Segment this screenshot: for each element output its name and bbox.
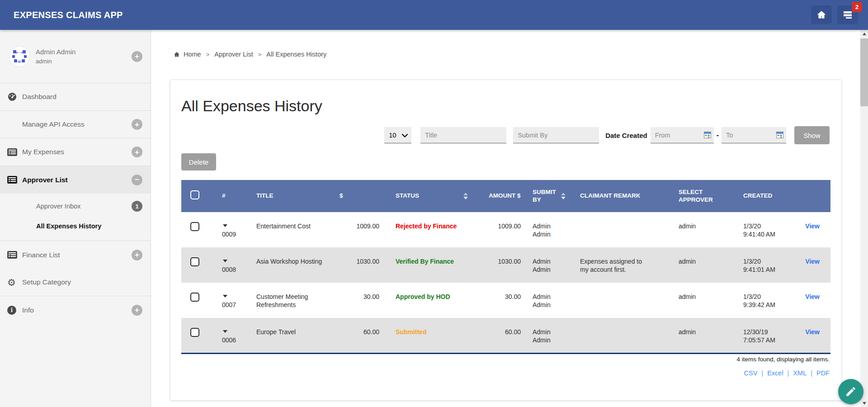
expense-id: 0008: [222, 266, 236, 273]
expense-amount: 60.00: [480, 318, 527, 353]
sidebar-item-setup-category[interactable]: ⚙ Setup Category: [0, 269, 151, 296]
vertical-scrollbar[interactable]: [860, 30, 868, 407]
sidebar-item-approver-inbox[interactable]: Approver Inbox 1: [0, 196, 151, 216]
row-checkbox[interactable]: [190, 328, 199, 337]
title-filter-input[interactable]: [420, 127, 506, 143]
sidebar-item-label: Dashboard: [22, 93, 57, 101]
date-created-label: Date Created: [605, 132, 647, 139]
sidebar-item-my-expenses[interactable]: My Expenses +: [0, 138, 151, 166]
approver-list-submenu: Approver Inbox 1 All Expenses History: [0, 194, 151, 241]
select-approver: admin: [665, 283, 731, 318]
top-navbar: EXPENSES CLAIMS APP 2: [0, 0, 868, 30]
sidebar-user-block[interactable]: Admin Admin admin +: [0, 30, 151, 83]
expense-amount: 1009.00: [480, 212, 527, 247]
submit-by: Admin Admin: [527, 283, 575, 318]
export-xml-link[interactable]: XML: [793, 369, 807, 377]
list-box-icon: [7, 148, 22, 156]
breadcrumb-home[interactable]: Home: [184, 51, 201, 58]
user-expand-plus-icon[interactable]: +: [132, 51, 142, 62]
plus-icon[interactable]: +: [132, 305, 142, 316]
pencil-icon: [845, 386, 857, 398]
expense-dollar: 30.00: [340, 283, 385, 318]
plus-icon[interactable]: +: [132, 119, 142, 130]
sidebar-item-approver-list[interactable]: Approver List −: [0, 166, 151, 194]
column-header-title: TITLE: [252, 180, 340, 212]
content-card: All Expenses History 10 Date Created: [170, 80, 842, 401]
export-csv-link[interactable]: CSV: [744, 369, 758, 377]
table-row: 0006 Europe Travel 60.00 Submitted 60.00…: [181, 318, 830, 353]
sidebar-item-finance-list[interactable]: Finance List +: [0, 241, 151, 269]
expense-id: 0009: [222, 231, 236, 238]
column-header-dollar: $: [340, 180, 385, 212]
sort-icon[interactable]: [561, 193, 566, 199]
submit-by: Admin Admin: [527, 318, 575, 353]
list-box-icon: [7, 251, 22, 259]
gear-icon: ⚙: [7, 278, 22, 287]
edit-fab-button[interactable]: [838, 379, 863, 404]
created-at: 12/30/19 7:05:57 AM: [731, 318, 787, 353]
sidebar-item-dashboard[interactable]: Dashboard: [0, 83, 151, 111]
plus-icon[interactable]: +: [132, 250, 142, 260]
queue-list-icon: [842, 9, 853, 20]
scrollbar-thumb[interactable]: [860, 38, 868, 106]
sidebar-item-label: Info: [22, 306, 34, 314]
column-header-created: CREATED: [731, 180, 787, 212]
row-checkbox[interactable]: [190, 293, 199, 302]
home-icon: [173, 51, 180, 58]
breadcrumb-current-page: All Expenses History: [266, 51, 326, 58]
submit-by-filter-input[interactable]: [513, 127, 599, 143]
home-icon: [816, 9, 827, 20]
claimant-remark: [575, 318, 665, 353]
calendar-icon[interactable]: [776, 132, 783, 138]
status-badge: Rejected by Finance: [396, 222, 457, 230]
select-all-checkbox[interactable]: [190, 190, 199, 199]
app-root: EXPENSES CLAIMS APP 2: [0, 0, 868, 407]
scroll-down-arrow[interactable]: [860, 399, 868, 407]
export-separator: |: [761, 369, 763, 377]
home-nav-button[interactable]: [811, 5, 832, 24]
info-icon: i: [7, 306, 22, 315]
expense-amount: 1030.00: [480, 247, 527, 283]
page-size-select-wrap: 10: [384, 127, 411, 143]
status-badge: Submitted: [396, 328, 426, 336]
user-avatar: [9, 46, 30, 67]
expense-dollar: 1030.00: [340, 247, 385, 283]
column-header-status: STATUS: [385, 180, 480, 212]
caret-down-icon[interactable]: [223, 260, 227, 262]
export-excel-link[interactable]: Excel: [767, 369, 783, 377]
table-summary: 4 items found, displaying all items.: [736, 356, 830, 363]
show-button[interactable]: Show: [794, 126, 830, 144]
export-pdf-link[interactable]: PDF: [816, 369, 830, 377]
export-separator: |: [788, 369, 789, 377]
sidebar-item-label: Finance List: [22, 251, 60, 259]
select-approver: admin: [665, 318, 731, 353]
delete-button[interactable]: Delete: [181, 153, 216, 170]
notification-count-badge: 2: [852, 2, 862, 12]
breadcrumb: Home > Approver List > All Expenses Hist…: [173, 51, 326, 58]
sidebar-item-all-expenses-history[interactable]: All Expenses History: [0, 216, 151, 236]
view-link[interactable]: View: [805, 222, 820, 230]
column-header-select-approver: SELECT APPROVER: [665, 180, 731, 212]
caret-down-icon[interactable]: [223, 224, 227, 227]
sidebar-item-info[interactable]: i Info +: [0, 296, 151, 324]
caret-down-icon[interactable]: [223, 295, 227, 298]
column-header-claimant-remark: CLAIMANT REMARK: [575, 180, 665, 212]
page-size-select[interactable]: 10: [384, 127, 411, 143]
row-checkbox[interactable]: [190, 222, 199, 231]
sidebar-item-manage-api-access[interactable]: Manage API Access +: [0, 111, 151, 138]
list-box-icon: [7, 176, 22, 184]
caret-down-icon[interactable]: [223, 330, 227, 333]
sidebar-item-label: Approver Inbox: [36, 203, 80, 210]
scroll-up-arrow[interactable]: [860, 30, 868, 38]
view-link[interactable]: View: [805, 328, 820, 336]
export-links: CSV|Excel|XML|PDF: [744, 369, 830, 377]
minus-icon[interactable]: −: [132, 175, 142, 185]
view-link[interactable]: View: [805, 293, 820, 300]
plus-icon[interactable]: +: [132, 147, 142, 157]
dashboard-gauge-icon: [7, 92, 22, 101]
breadcrumb-approver-list[interactable]: Approver List: [214, 51, 253, 58]
row-checkbox[interactable]: [190, 257, 199, 266]
sort-icon[interactable]: [463, 193, 468, 199]
calendar-icon[interactable]: [704, 132, 711, 138]
view-link[interactable]: View: [805, 258, 820, 265]
